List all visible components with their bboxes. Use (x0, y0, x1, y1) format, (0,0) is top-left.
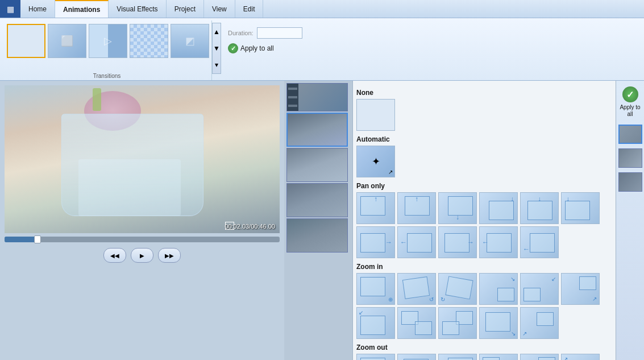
pan-down-left[interactable]: ↓ (561, 192, 600, 224)
play-button[interactable]: ▶ (131, 248, 153, 263)
app-logo[interactable]: ▦ (0, 0, 20, 18)
pan-up-right[interactable]: ↓ (438, 192, 477, 224)
zoom-out-4[interactable]: ↙ (479, 354, 518, 360)
none-grid (356, 99, 612, 131)
tab-project[interactable]: Project (167, 0, 204, 18)
transition-checker[interactable] (130, 24, 168, 58)
transitions-scroll[interactable]: ▲ ▼ ▾ (212, 23, 221, 74)
transitions-list: ⬜ ▷ ◩ (7, 22, 209, 70)
effect-automatic[interactable]: ✦ ↗ (356, 146, 395, 177)
tab-animations[interactable]: Animations (55, 0, 109, 18)
transition-dissolve[interactable]: ⬜ (48, 24, 86, 58)
timeline-strip (284, 81, 352, 360)
forward-button[interactable]: ▶▶ (158, 248, 181, 263)
zoom-in-10[interactable]: ↘ (479, 307, 518, 339)
strip-clip-4[interactable] (286, 183, 348, 217)
pan-down[interactable]: ↓ (520, 192, 559, 224)
forward-icon: ▶▶ (165, 253, 174, 259)
apply-all-icon: ✓ (228, 43, 238, 53)
effect-none[interactable] (356, 99, 395, 131)
tab-edit[interactable]: Edit (235, 0, 264, 18)
rewind-icon: ◀◀ (110, 253, 119, 259)
category-zoom-out: Zoom out (356, 344, 612, 351)
zoom-in-4[interactable]: ↘ (479, 273, 518, 305)
play-icon: ▶ (140, 253, 144, 259)
category-none: None (356, 89, 612, 97)
duration-input[interactable] (257, 27, 302, 39)
category-pan-only: Pan only (356, 182, 612, 190)
pan-up-left[interactable]: ↑ (356, 192, 395, 224)
pan-right[interactable]: ← (397, 226, 436, 258)
apply-all-button[interactable]: ✓ Apply to all (228, 43, 302, 53)
zoom-in-3[interactable]: ↻ (438, 273, 477, 305)
pan-left-right[interactable]: → (438, 226, 477, 258)
category-automatic: Automatic (356, 135, 612, 143)
right-clip-1[interactable] (618, 125, 642, 144)
timeline-progress (5, 237, 38, 242)
timeline-bar[interactable] (5, 237, 280, 242)
video-preview: 00:02.03/00:46.00 (5, 85, 280, 233)
video-expand-button[interactable] (225, 222, 234, 230)
video-image (5, 85, 280, 233)
apply-text: Apply to all (620, 104, 641, 118)
effects-panel-inner: None Automatic ✦ ↗ Pan only ↑ (353, 81, 616, 360)
tab-home[interactable]: Home (20, 0, 55, 18)
apply-button[interactable]: ✓ Apply to all (617, 84, 643, 120)
zoom-out-6[interactable]: ↗ (561, 354, 600, 360)
apply-icon: ✓ (622, 86, 638, 102)
pan-down-right[interactable]: ↓ (479, 192, 518, 224)
main-area: 00:02.03/00:46.00 ◀◀ ▶ ▶▶ (0, 81, 644, 360)
scroll-down-icon: ▼ (213, 44, 220, 52)
right-clip-3[interactable] (618, 172, 642, 192)
transition-split[interactable]: ◩ (171, 24, 209, 58)
apply-all-label: Apply to all (240, 44, 274, 52)
timeline-handle[interactable] (34, 235, 41, 243)
duration-label: Duration: (228, 30, 254, 36)
transition-none[interactable] (7, 24, 45, 58)
pan-center[interactable]: ← (479, 226, 518, 258)
strip-clip-5[interactable] (286, 218, 348, 253)
zoom-out-5[interactable]: ↘ (520, 354, 559, 360)
zoom-in-grid: ⊕ ↺ ↻ ↘ ↙ (356, 273, 612, 339)
logo-icon: ▦ (7, 5, 14, 14)
pan-left[interactable]: → (356, 226, 395, 258)
transition-wipe[interactable]: ▷ (89, 24, 127, 58)
pan-up[interactable]: ↑ (397, 192, 436, 224)
zoom-in-1[interactable]: ⊕ (356, 273, 395, 305)
right-clip-2[interactable] (618, 148, 642, 168)
video-panel: 00:02.03/00:46.00 ◀◀ ▶ ▶▶ (0, 81, 284, 360)
strip-clip-3[interactable] (286, 148, 348, 182)
category-zoom-in: Zoom in (356, 263, 612, 271)
tab-visual-effects[interactable]: Visual Effects (109, 0, 166, 18)
scroll-up-icon: ▲ (213, 28, 220, 36)
transitions-section: ⬜ ▷ ◩ Transitions (2, 20, 212, 80)
tab-view[interactable]: View (204, 0, 235, 18)
zoom-in-9[interactable] (438, 307, 477, 339)
zoom-in-5[interactable]: ↙ (520, 273, 559, 305)
zoom-in-2[interactable]: ↺ (397, 273, 436, 305)
zoom-out-grid: ⊖ ↖ ↗ ↙ ↘ (356, 354, 612, 360)
zoom-in-7[interactable]: ↙ (356, 307, 395, 339)
duration-row: Duration: (228, 27, 302, 39)
rewind-button[interactable]: ◀◀ (103, 248, 126, 263)
zoom-in-8[interactable] (397, 307, 436, 339)
duration-section: Duration: ✓ Apply to all (221, 23, 309, 58)
apply-panel: ✓ Apply to all (616, 81, 644, 360)
strip-clip-2[interactable] (286, 113, 348, 147)
pan-only-grid: ↑ ↑ ↓ ↓ ↓ (356, 192, 612, 258)
zoom-in-11[interactable]: ↗ (520, 307, 559, 339)
ribbon: ⬜ ▷ ◩ Transitions ▲ ▼ ▾ Duration: ✓ Appl… (0, 18, 644, 81)
zoom-out-3[interactable]: ↗ (438, 354, 477, 360)
playback-controls: ◀◀ ▶ ▶▶ (5, 248, 280, 263)
scroll-expand-icon: ▾ (215, 61, 218, 69)
zoom-out-2[interactable]: ↖ (397, 354, 436, 360)
menu-bar: ▦ Home Animations Visual Effects Project… (0, 0, 644, 18)
pan-right-left[interactable]: ← (520, 226, 559, 258)
transitions-label: Transitions (2, 73, 211, 79)
zoom-in-6[interactable]: ↗ (561, 273, 600, 305)
zoom-out-1[interactable]: ⊖ (356, 354, 395, 360)
effects-panel: None Automatic ✦ ↗ Pan only ↑ (352, 81, 616, 360)
automatic-grid: ✦ ↗ (356, 146, 612, 177)
strip-clip-1[interactable] (286, 83, 348, 111)
